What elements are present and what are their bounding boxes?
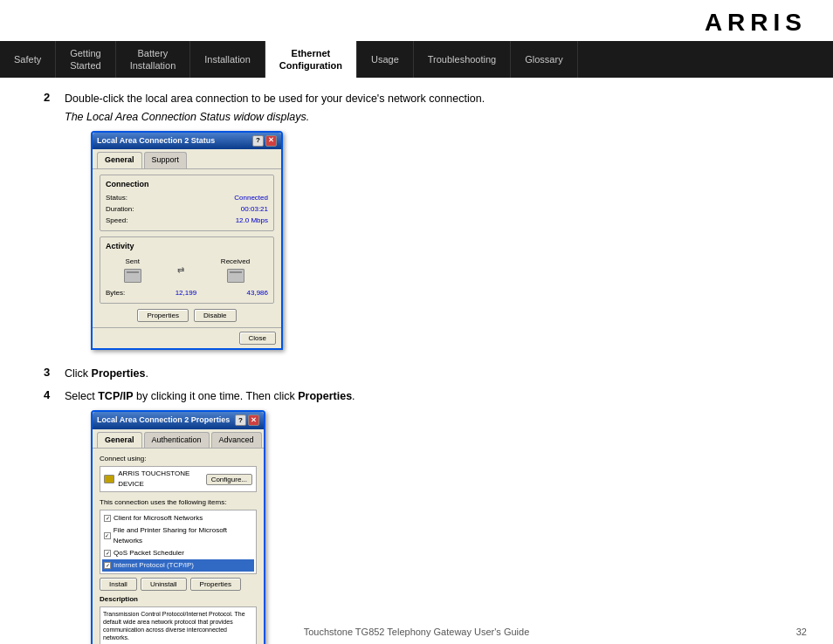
right-content: 2 Double-click the local area connection… bbox=[44, 91, 816, 644]
props-tab-general[interactable]: General bbox=[97, 432, 142, 449]
list-item-client[interactable]: Client for Microsoft Networks bbox=[102, 512, 254, 524]
bytes-row: Bytes: 12,199 43,986 bbox=[106, 288, 268, 298]
uninstall-button[interactable]: Uninstall bbox=[141, 578, 187, 591]
step-4-prefix: Select bbox=[65, 390, 98, 402]
items-list: Client for Microsoft Networks File and P… bbox=[100, 510, 257, 574]
description-box: Transmission Control Protocol/Internet P… bbox=[100, 606, 257, 644]
step-4-number: 4 bbox=[44, 388, 65, 644]
main-content: 2 Double-click the local area connection… bbox=[0, 78, 833, 644]
properties-dialog: Local Area Connection 2 Properties ? ✕ G… bbox=[91, 410, 265, 644]
nav-installation[interactable]: Installation bbox=[190, 41, 265, 78]
props-title: Local Area Connection 2 Properties bbox=[97, 414, 230, 427]
step-3-text-prefix: Click bbox=[65, 367, 92, 380]
dialog-footer: Close bbox=[93, 327, 281, 348]
install-button[interactable]: Install bbox=[100, 578, 137, 591]
checkbox-client[interactable] bbox=[104, 515, 111, 522]
titlebar-buttons: ? ✕ bbox=[252, 135, 277, 147]
items-label: This connection uses the following items… bbox=[100, 497, 257, 508]
sent-bytes: 12,199 bbox=[176, 288, 196, 298]
props-tab-advanced[interactable]: Advanced bbox=[211, 432, 262, 449]
configure-button[interactable]: Configure... bbox=[206, 474, 252, 485]
step-2-note: The Local Area Connection Status widow d… bbox=[65, 109, 816, 126]
connection-group: Connection Status: Connected Duration: 0… bbox=[100, 175, 274, 232]
description-label: Description bbox=[100, 594, 257, 605]
duration-row: Duration: 00:03:21 bbox=[106, 204, 268, 215]
bytes-label: Bytes: bbox=[106, 288, 125, 298]
page-footer: Touchstone TG852 Telephony Gateway User'… bbox=[0, 627, 833, 637]
step-4-middle: by clicking it one time. Then click bbox=[134, 390, 299, 402]
list-item-printer[interactable]: File and Printer Sharing for Microsoft N… bbox=[102, 524, 254, 547]
step-3-number: 3 bbox=[44, 366, 65, 382]
checkbox-qos[interactable] bbox=[104, 550, 111, 557]
dialog-buttons-row: Properties Disable bbox=[100, 309, 274, 322]
activity-group-title: Activity bbox=[106, 241, 268, 253]
step-2-text: Double-click the local area connection t… bbox=[65, 92, 485, 105]
step-3-block: 3 Click Properties. bbox=[44, 366, 816, 382]
lac-titlebar: Local Area Connection 2 Status ? ✕ bbox=[93, 133, 281, 150]
props-tab-auth[interactable]: Authentication bbox=[144, 432, 210, 449]
step-4-body: Select TCP/IP by clicking it one time. T… bbox=[65, 388, 816, 644]
qos-label: QoS Packet Scheduler bbox=[114, 548, 184, 558]
sent-icon bbox=[124, 269, 141, 283]
sent-col: Sent bbox=[124, 257, 141, 284]
properties-dialog-container: Local Area Connection 2 Properties ? ✕ G… bbox=[91, 410, 816, 644]
device-icon bbox=[104, 475, 114, 483]
list-item-tcpip[interactable]: Internet Protocol (TCP/IP) bbox=[102, 559, 254, 572]
close-button[interactable]: Close bbox=[239, 332, 276, 345]
props-help-button[interactable]: ? bbox=[235, 414, 246, 426]
lac-tab-general[interactable]: General bbox=[97, 152, 142, 168]
disable-button[interactable]: Disable bbox=[194, 309, 237, 322]
nav-getting-started[interactable]: GettingStarted bbox=[56, 41, 115, 78]
activity-group: Activity Sent ⇄ Received bbox=[100, 236, 274, 304]
props-close-button[interactable]: ✕ bbox=[248, 414, 259, 426]
step-2-number: 2 bbox=[44, 91, 65, 359]
nav-battery-installation[interactable]: BatteryInstallation bbox=[116, 41, 191, 78]
printer-label: File and Printer Sharing for Microsoft N… bbox=[114, 525, 252, 546]
checkbox-printer[interactable] bbox=[104, 532, 111, 539]
received-label: Received bbox=[221, 257, 250, 267]
step-2-block: 2 Double-click the local area connection… bbox=[44, 91, 816, 359]
connect-using-label: Connect using: bbox=[100, 454, 257, 464]
step-4-block: 4 Select TCP/IP by clicking it one time.… bbox=[44, 388, 816, 644]
nav-glossary[interactable]: Glossary bbox=[511, 41, 577, 78]
footer-text: Touchstone TG852 Telephony Gateway User'… bbox=[304, 627, 530, 637]
lac-tab-support[interactable]: Support bbox=[144, 152, 188, 168]
lac-status-dialog: Local Area Connection 2 Status ? ✕ Gener… bbox=[91, 131, 283, 350]
connect-row: ARRIS TOUCHSTONE DEVICE Configure... bbox=[100, 466, 257, 492]
props-body: Connect using: ARRIS TOUCHSTONE DEVICE C… bbox=[93, 449, 264, 644]
dialog-help-button[interactable]: ? bbox=[252, 135, 264, 147]
left-margin bbox=[17, 91, 44, 644]
activity-display: Sent ⇄ Received bbox=[106, 257, 268, 284]
step-3-suffix: . bbox=[145, 367, 148, 380]
received-bytes: 43,986 bbox=[247, 288, 268, 298]
arrows-icon: ⇄ bbox=[177, 264, 184, 277]
props-btn[interactable]: Properties bbox=[190, 578, 241, 591]
nav-ethernet-configuration[interactable]: EthernetConfiguration bbox=[265, 41, 357, 78]
list-item-qos[interactable]: QoS Packet Scheduler bbox=[102, 547, 254, 559]
client-label: Client for Microsoft Networks bbox=[114, 513, 203, 524]
received-col: Received bbox=[221, 257, 250, 284]
sent-label: Sent bbox=[124, 257, 141, 267]
nav-troubleshooting[interactable]: Troubleshooting bbox=[414, 41, 511, 78]
duration-value: 00:03:21 bbox=[241, 204, 268, 215]
status-label: Status: bbox=[106, 193, 127, 203]
step-4-bold1: TCP/IP bbox=[98, 390, 133, 402]
speed-label: Speed: bbox=[106, 216, 127, 226]
logo-area: ARRIS bbox=[0, 0, 833, 41]
properties-button[interactable]: Properties bbox=[137, 309, 188, 322]
lac-title: Local Area Connection 2 Status bbox=[97, 135, 215, 147]
nav-usage[interactable]: Usage bbox=[357, 41, 414, 78]
status-row: Status: Connected bbox=[106, 193, 268, 203]
page-number: 32 bbox=[796, 627, 807, 637]
step-2-body: Double-click the local area connection t… bbox=[65, 91, 816, 359]
lac-body: Connection Status: Connected Duration: 0… bbox=[93, 169, 281, 327]
props-tabs: General Authentication Advanced bbox=[93, 429, 264, 449]
dialog-close-button[interactable]: ✕ bbox=[265, 135, 277, 147]
nav-safety[interactable]: Safety bbox=[0, 41, 56, 78]
received-icon bbox=[227, 269, 244, 283]
step-3-body: Click Properties. bbox=[65, 366, 816, 382]
navigation-bar: Safety GettingStarted BatteryInstallatio… bbox=[0, 41, 833, 78]
speed-value: 12.0 Mbps bbox=[236, 216, 268, 226]
checkbox-tcpip[interactable] bbox=[104, 562, 111, 569]
duration-label: Duration: bbox=[106, 204, 134, 215]
